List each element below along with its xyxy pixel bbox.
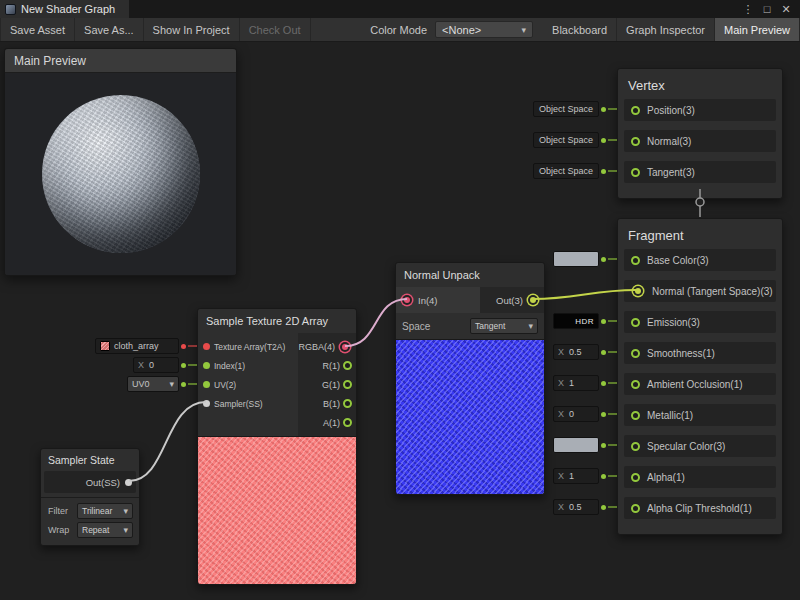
base-color-swatch-widget[interactable] bbox=[553, 251, 617, 267]
float-field[interactable]: X0 bbox=[133, 357, 179, 373]
tangent-port-icon[interactable] bbox=[631, 168, 640, 177]
position-port-icon[interactable] bbox=[631, 106, 640, 115]
sample-texture-2d-array-node[interactable]: Sample Texture 2D Array Texture Array(T2… bbox=[197, 308, 357, 585]
g-output-row[interactable]: G(1) bbox=[298, 375, 356, 394]
sampler-out-port-row[interactable]: Out(SS) bbox=[44, 471, 136, 493]
a-output-row[interactable]: A(1) bbox=[298, 413, 356, 432]
wrap-dropdown[interactable]: Repeat ▾ bbox=[77, 522, 133, 538]
alpha-clip-threshold-port-row[interactable]: Alpha Clip Threshold(1) bbox=[624, 497, 776, 519]
window-close-icon[interactable]: ✕ bbox=[778, 3, 794, 16]
float-field[interactable]: X1 bbox=[553, 468, 599, 484]
texture-array-field-widget[interactable]: cloth_array bbox=[95, 338, 197, 354]
main-preview-header[interactable]: Main Preview bbox=[5, 49, 236, 73]
uv-port-icon[interactable] bbox=[203, 381, 210, 388]
alpha-port-icon[interactable] bbox=[631, 473, 640, 482]
sampler-port-icon[interactable] bbox=[203, 400, 210, 407]
vertex-position-port-row[interactable]: Position(3) bbox=[624, 99, 776, 121]
out-port-icon[interactable] bbox=[530, 297, 536, 303]
alpha-value-widget[interactable]: X1 bbox=[553, 468, 617, 484]
graph-inspector-button[interactable]: Graph Inspector bbox=[617, 18, 715, 41]
sampler-input-row[interactable]: Sampler(SS) bbox=[198, 394, 298, 413]
r-output-row[interactable]: R(1) bbox=[298, 356, 356, 375]
rgba-output-row[interactable]: RGBA(4) bbox=[298, 337, 356, 356]
smoothness-port-icon[interactable] bbox=[631, 349, 640, 358]
g-port-icon[interactable] bbox=[343, 380, 352, 389]
save-as-button[interactable]: Save As... bbox=[75, 18, 144, 41]
specular-color-swatch-widget[interactable] bbox=[553, 437, 617, 453]
filter-dropdown[interactable]: Trilinear ▾ bbox=[77, 503, 133, 519]
check-out-button: Check Out bbox=[240, 18, 311, 41]
blackboard-button[interactable]: Blackboard bbox=[543, 18, 617, 41]
specular-color-port-icon[interactable] bbox=[631, 442, 640, 451]
alpha-clip-threshold-value-widget[interactable]: X0.5 bbox=[553, 499, 617, 515]
base-color-port-row[interactable]: Base Color(3) bbox=[624, 249, 776, 271]
color-swatch[interactable] bbox=[553, 437, 599, 453]
alpha-port-row[interactable]: Alpha(1) bbox=[624, 466, 776, 488]
index-port-icon[interactable] bbox=[203, 362, 210, 369]
metallic-value-widget[interactable]: X0 bbox=[553, 406, 617, 422]
normal-unpack-node[interactable]: Normal Unpack In(4) Out(3) Space Tangent… bbox=[395, 262, 545, 495]
space-dropdown[interactable]: Tangent ▾ bbox=[470, 318, 538, 334]
hdr-color-swatch[interactable]: HDR bbox=[553, 313, 599, 329]
alpha-clip-threshold-port-icon[interactable] bbox=[631, 504, 640, 513]
fragment-node[interactable]: Fragment Base Color(3) Normal (Tangent S… bbox=[617, 218, 783, 535]
in-port-row[interactable]: In(4) bbox=[396, 287, 480, 313]
tangent-space-widget[interactable]: Object Space bbox=[533, 163, 617, 179]
emission-port-icon[interactable] bbox=[631, 318, 640, 327]
float-field[interactable]: X0.5 bbox=[553, 499, 599, 515]
normal-tangent-space-port-row[interactable]: Normal (Tangent Space)(3) bbox=[624, 280, 776, 302]
float-field[interactable]: X0 bbox=[553, 406, 599, 422]
document-tab[interactable]: New Shader Graph bbox=[0, 0, 129, 18]
index-value-widget[interactable]: X0 bbox=[133, 357, 197, 373]
sampler-state-node[interactable]: Sampler State Out(SS) Filter Trilinear ▾… bbox=[40, 448, 140, 546]
texture-array-input-row[interactable]: Texture Array(T2A) bbox=[198, 337, 298, 356]
normal-port-icon[interactable] bbox=[635, 288, 641, 294]
r-port-icon[interactable] bbox=[343, 361, 352, 370]
space-dropdown[interactable]: Object Space bbox=[533, 101, 599, 117]
base-color-port-icon[interactable] bbox=[631, 256, 640, 265]
widget-port-dot bbox=[601, 412, 606, 417]
a-port-icon[interactable] bbox=[343, 418, 352, 427]
texture-object-field[interactable]: cloth_array bbox=[95, 338, 179, 354]
space-dropdown[interactable]: Object Space bbox=[533, 132, 599, 148]
sampler-out-port-icon[interactable] bbox=[125, 479, 132, 486]
metallic-port-icon[interactable] bbox=[631, 411, 640, 420]
save-asset-button[interactable]: Save Asset bbox=[0, 18, 75, 41]
normal-port-icon[interactable] bbox=[631, 137, 640, 146]
float-field[interactable]: X0.5 bbox=[553, 344, 599, 360]
smoothness-value-widget[interactable]: X0.5 bbox=[553, 344, 617, 360]
b-port-icon[interactable] bbox=[343, 399, 352, 408]
metallic-port-row[interactable]: Metallic(1) bbox=[624, 404, 776, 426]
texture-array-port-icon[interactable] bbox=[203, 343, 210, 350]
window-menu-icon[interactable]: ⋮ bbox=[740, 3, 756, 16]
ambient-occlusion-port-row[interactable]: Ambient Occlusion(1) bbox=[624, 373, 776, 395]
position-space-widget[interactable]: Object Space bbox=[533, 101, 617, 117]
emission-port-row[interactable]: Emission(3) bbox=[624, 311, 776, 333]
widget-port-dot bbox=[601, 505, 606, 510]
ambient-occlusion-value-widget[interactable]: X1 bbox=[553, 375, 617, 391]
b-output-row[interactable]: B(1) bbox=[298, 394, 356, 413]
color-mode-dropdown[interactable]: <None> ▾ bbox=[435, 21, 533, 38]
shader-graph-icon bbox=[5, 4, 16, 15]
in-port-icon[interactable] bbox=[404, 297, 410, 303]
ambient-occlusion-port-icon[interactable] bbox=[631, 380, 640, 389]
index-input-row[interactable]: Index(1) bbox=[198, 356, 298, 375]
uv-channel-dropdown[interactable]: UV0 ▾ bbox=[127, 376, 179, 392]
vertex-tangent-port-row[interactable]: Tangent(3) bbox=[624, 161, 776, 183]
vertex-normal-port-row[interactable]: Normal(3) bbox=[624, 130, 776, 152]
out-port-row[interactable]: Out(3) bbox=[480, 287, 544, 313]
main-preview-button[interactable]: Main Preview bbox=[715, 18, 800, 41]
uv-channel-widget[interactable]: UV0 ▾ bbox=[127, 376, 197, 392]
vertex-node[interactable]: Vertex Position(3) Normal(3) Tangent(3) bbox=[617, 68, 783, 199]
rgba-port-icon[interactable] bbox=[342, 344, 348, 350]
show-in-project-button[interactable]: Show In Project bbox=[144, 18, 240, 41]
normal-space-widget[interactable]: Object Space bbox=[533, 132, 617, 148]
emission-hdr-widget[interactable]: HDR bbox=[553, 313, 617, 329]
window-maximize-icon[interactable]: □ bbox=[759, 3, 775, 16]
uv-input-row[interactable]: UV(2) bbox=[198, 375, 298, 394]
smoothness-port-row[interactable]: Smoothness(1) bbox=[624, 342, 776, 364]
specular-color-port-row[interactable]: Specular Color(3) bbox=[624, 435, 776, 457]
space-dropdown[interactable]: Object Space bbox=[533, 163, 599, 179]
color-swatch[interactable] bbox=[553, 251, 599, 267]
float-field[interactable]: X1 bbox=[553, 375, 599, 391]
